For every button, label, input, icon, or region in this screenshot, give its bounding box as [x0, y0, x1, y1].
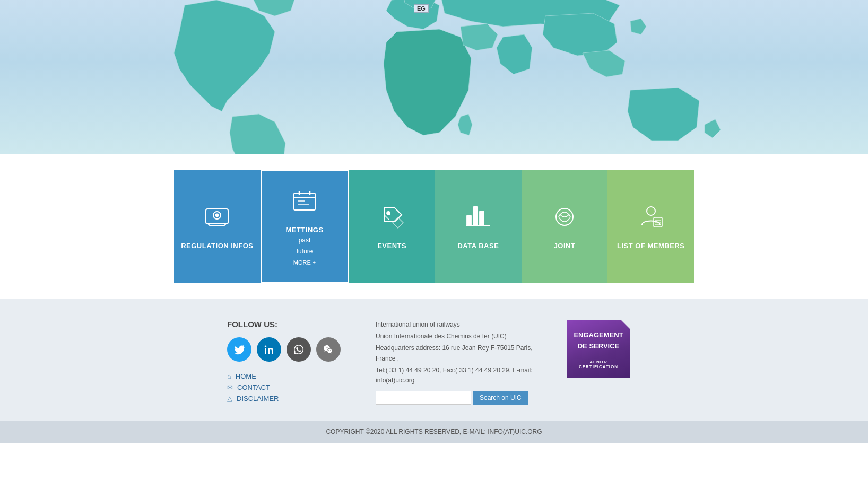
whatsapp-icon[interactable] [287, 337, 311, 362]
home-icon: ⌂ [227, 372, 231, 380]
cards-row: REGULATION INFOS METTINGS past future MO… [174, 170, 694, 283]
search-input[interactable] [376, 391, 471, 405]
wechat-icon[interactable] [316, 337, 341, 362]
calendar-icon [290, 187, 319, 220]
card-mettings-more: MORE + [293, 259, 316, 266]
org-name: International union of railways [376, 320, 535, 330]
cards-section: REGULATION INFOS METTINGS past future MO… [0, 154, 868, 299]
copyright-bar: COPYRIGHT ©2020 ALL RIGHTS RESERVED, E-M… [0, 421, 868, 443]
database-icon [464, 203, 492, 235]
copyright-text: COPYRIGHT ©2020 ALL RIGHTS RESERVED, E-M… [326, 428, 542, 435]
card-mettings-title: METTINGS [285, 226, 323, 234]
footer-nav: ⌂ HOME ✉ CONTACT △ DISCLAIMER [227, 372, 344, 402]
social-icons-row [227, 337, 344, 362]
card-regulation-infos-title: REGULATION INFOS [181, 242, 253, 250]
envelope-icon: ✉ [227, 383, 233, 391]
card-database-title: DATA BASE [457, 242, 499, 250]
svg-point-12 [387, 212, 390, 215]
card-mettings-future: future [297, 247, 313, 256]
footer-right: ENGAGEMENT DE SERVICE AFNOR CERTIFICATIO… [567, 320, 641, 378]
search-row: Search on UIC [376, 391, 535, 405]
linkedin-icon[interactable] [257, 337, 281, 362]
nav-contact-label: CONTACT [237, 383, 270, 391]
footer-section: FOLLOW US: [0, 299, 868, 443]
card-joint-title: JOINT [554, 242, 576, 250]
world-map-container [142, 0, 726, 154]
eg-label: EG [414, 4, 429, 13]
handshake-icon [550, 203, 579, 235]
nav-home[interactable]: ⌂ HOME [227, 372, 344, 380]
card-regulation-infos[interactable]: REGULATION INFOS [174, 170, 261, 283]
tel: Tel:( 33 1) 44 49 20 20, Fax:( 33 1) 44 … [376, 365, 535, 386]
card-mettings[interactable]: METTINGS past future MORE + [261, 170, 349, 283]
card-list-of-members-title: LIST OF MEMBERS [617, 242, 684, 250]
cert-line1: ENGAGEMENT [574, 331, 623, 340]
triangle-icon: △ [227, 395, 232, 402]
nav-home-label: HOME [236, 372, 256, 380]
cert-line2: DE SERVICE [578, 342, 620, 351]
cert-afnor: AFNOR CERTIFICATION [572, 360, 625, 369]
card-events[interactable]: EVENTS [349, 170, 435, 283]
nav-disclaimer[interactable]: △ DISCLAIMER [227, 395, 344, 402]
twitter-icon[interactable] [227, 337, 251, 362]
svg-rect-16 [467, 215, 471, 226]
members-icon [637, 203, 665, 235]
svg-rect-14 [473, 207, 478, 226]
tag-icon [378, 203, 406, 235]
svg-point-19 [647, 207, 655, 215]
nav-contact[interactable]: ✉ CONTACT [227, 383, 344, 391]
card-events-title: EVENTS [377, 242, 406, 250]
footer-center: International union of railways Union In… [376, 320, 535, 405]
card-list-of-members[interactable]: LIST OF MEMBERS [607, 170, 694, 283]
footer-left: FOLLOW US: [227, 320, 344, 402]
card-database[interactable]: DATA BASE [435, 170, 522, 283]
headquarters: Headquarters address: 16 rue Jean Rey F-… [376, 343, 535, 363]
footer-inner: FOLLOW US: [142, 320, 726, 405]
card-mettings-past: past [299, 235, 311, 245]
org-name-fr: Union Internationale des Chemins de fer … [376, 331, 535, 342]
search-button[interactable]: Search on UIC [473, 391, 528, 405]
nav-disclaimer-label: DISCLAIMER [237, 395, 279, 402]
map-section: EG [0, 0, 868, 154]
svg-point-2 [216, 214, 219, 217]
certification-badge: ENGAGEMENT DE SERVICE AFNOR CERTIFICATIO… [567, 320, 630, 378]
eye-icon [203, 203, 231, 235]
svg-rect-6 [294, 193, 315, 210]
svg-line-13 [384, 215, 389, 220]
follow-us-label: FOLLOW US: [227, 320, 344, 329]
cert-divider [580, 355, 617, 355]
card-joint[interactable]: JOINT [522, 170, 608, 283]
svg-rect-15 [480, 211, 484, 226]
